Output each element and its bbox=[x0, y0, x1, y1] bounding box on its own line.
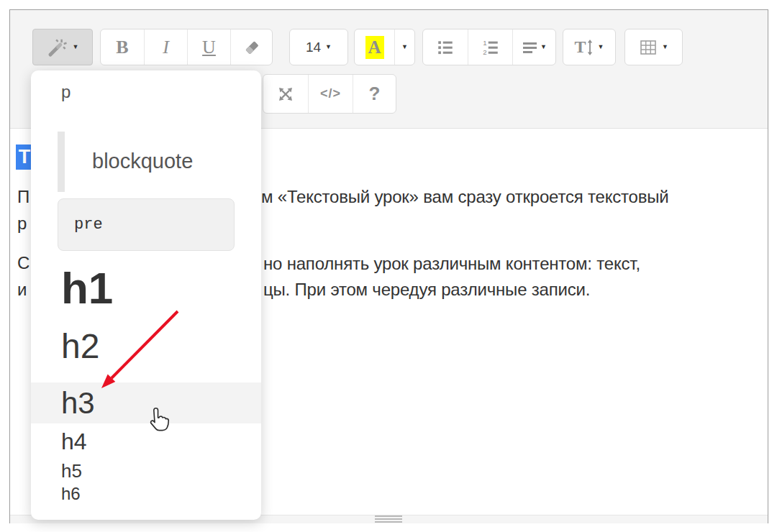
code-view-label: </> bbox=[320, 86, 341, 101]
format-option-blockquote[interactable]: blockquote bbox=[92, 150, 193, 173]
fullscreen-button[interactable] bbox=[263, 75, 308, 113]
resize-handle[interactable] bbox=[375, 515, 402, 524]
code-view-button[interactable]: </> bbox=[308, 75, 353, 113]
text-color-caret-button[interactable]: ▼ bbox=[394, 29, 414, 65]
ordered-list-icon: 1 2 bbox=[481, 38, 500, 57]
format-option-h2[interactable]: h2 bbox=[61, 329, 99, 364]
text-color-group: A ▼ bbox=[354, 29, 415, 65]
view-tools-group: </> ? bbox=[263, 74, 396, 114]
editor-text-line2-left[interactable]: р bbox=[17, 214, 27, 234]
format-option-h3[interactable]: h3 bbox=[31, 382, 261, 423]
bold-label: B bbox=[116, 37, 128, 58]
h3-label: h3 bbox=[61, 388, 95, 418]
editor-text-line3-left[interactable]: С bbox=[17, 253, 29, 273]
rich-text-editor-page: ▼ B I U 14 ▼ A ▼ bbox=[0, 0, 777, 532]
caret-down-icon: ▼ bbox=[401, 44, 408, 50]
inline-format-group: B I U bbox=[100, 29, 273, 65]
font-size-value: 14 bbox=[306, 40, 321, 55]
pre-label: pre bbox=[74, 216, 103, 234]
fullscreen-icon bbox=[277, 86, 294, 103]
editor-text-line3-right[interactable]: но наполнять урок различным контентом: т… bbox=[263, 254, 640, 274]
updown-arrow-icon bbox=[586, 40, 594, 55]
paragraph-format-button[interactable]: ▼ bbox=[32, 29, 93, 65]
insert-table-button[interactable]: ▼ bbox=[624, 29, 683, 65]
italic-button[interactable]: I bbox=[144, 29, 187, 65]
editor-text-line1-left[interactable]: П bbox=[17, 187, 29, 207]
caret-down-icon: ▼ bbox=[662, 44, 668, 50]
underline-button[interactable]: U bbox=[187, 29, 230, 65]
svg-text:2: 2 bbox=[483, 48, 486, 56]
align-button[interactable]: ▼ bbox=[512, 29, 555, 65]
editor-text-line4-right[interactable]: цы. При этом чередуя различные записи. bbox=[263, 280, 590, 300]
format-option-h6[interactable]: h6 bbox=[61, 485, 81, 503]
help-label: ? bbox=[369, 83, 381, 105]
caret-down-icon: ▼ bbox=[598, 44, 604, 50]
format-option-p[interactable]: p bbox=[61, 82, 71, 102]
caret-down-icon: ▼ bbox=[73, 44, 79, 50]
italic-label: I bbox=[163, 37, 169, 58]
editor-text-line1-right[interactable]: м «Текстовый урок» вам сразу откроется т… bbox=[261, 187, 669, 207]
caret-down-icon: ▼ bbox=[325, 44, 332, 50]
help-button[interactable]: ? bbox=[353, 75, 396, 113]
blockquote-border-bar bbox=[58, 132, 65, 192]
font-size-button[interactable]: 14 ▼ bbox=[289, 29, 348, 65]
text-color-label: A bbox=[365, 36, 384, 59]
align-left-icon bbox=[522, 39, 539, 56]
paragraph-format-dropdown: p blockquote pre h1 h2 h3 h4 h5 h6 bbox=[31, 70, 261, 520]
line-height-label: T bbox=[575, 37, 586, 57]
bold-button[interactable]: B bbox=[101, 29, 144, 65]
text-color-button[interactable]: A bbox=[355, 29, 394, 65]
svg-text:1: 1 bbox=[483, 39, 486, 47]
format-option-pre[interactable]: pre bbox=[58, 198, 235, 251]
unordered-list-icon bbox=[436, 38, 455, 57]
caret-down-icon: ▼ bbox=[540, 44, 547, 50]
format-option-h4[interactable]: h4 bbox=[61, 430, 87, 453]
format-option-h1[interactable]: h1 bbox=[61, 266, 113, 311]
clear-formatting-button[interactable] bbox=[230, 29, 272, 65]
ordered-list-button[interactable]: 1 2 bbox=[468, 29, 512, 65]
line-height-button[interactable]: T ▼ bbox=[563, 29, 616, 65]
eraser-icon bbox=[242, 38, 261, 57]
list-align-group: 1 2 ▼ bbox=[422, 29, 556, 65]
format-option-h5[interactable]: h5 bbox=[61, 462, 82, 480]
editor-text-line4-left[interactable]: и bbox=[17, 280, 27, 300]
table-icon bbox=[639, 39, 658, 56]
unordered-list-button[interactable] bbox=[423, 29, 468, 65]
underline-label: U bbox=[202, 37, 216, 58]
magic-wand-icon bbox=[47, 37, 68, 58]
